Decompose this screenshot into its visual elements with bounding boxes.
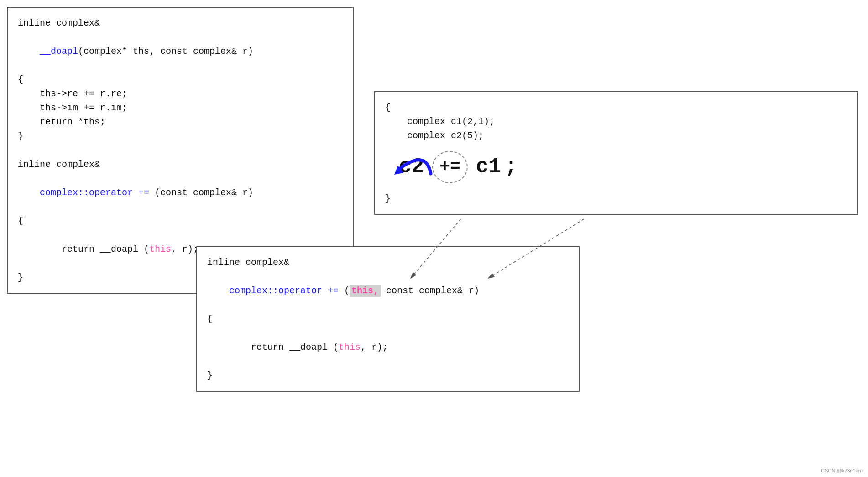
code-box-3: inline complex& complex::operator += (th…	[196, 246, 580, 392]
op-semi-label: ;	[505, 151, 518, 183]
b1-line7: }	[18, 129, 343, 143]
b3-operator-keyword: complex::operator +=	[229, 285, 339, 296]
watermark: CSDN @k73n1am	[821, 468, 863, 473]
b2-line3: complex c2(5);	[385, 129, 847, 143]
b2-line2: complex c1(2,1);	[385, 114, 847, 129]
b2-line1: {	[385, 100, 847, 114]
op-plus-eq-label: +=	[432, 151, 468, 183]
b2-closing: }	[385, 192, 847, 206]
b1-this-keyword: this	[149, 244, 171, 254]
b1-doapl-params: (complex* ths, const complex& r)	[78, 46, 253, 57]
b3-line2: complex::operator += (this, const comple…	[207, 270, 569, 312]
b1-doapl-keyword: __doapl	[40, 46, 78, 57]
b1-return-pre: return __doapl (	[40, 244, 149, 254]
b1-line5: ths->im += r.im;	[18, 101, 343, 115]
b1-line6: return *ths;	[18, 115, 343, 129]
b3-line5: }	[207, 368, 569, 383]
b1-operator-keyword: complex::operator +=	[40, 187, 149, 198]
operator-visual: c2 += c1 ;	[399, 151, 847, 183]
b3-paren-open: (	[339, 285, 350, 296]
b1-blank	[18, 143, 343, 157]
b3-line3: {	[207, 312, 569, 326]
b1-line11: {	[18, 214, 343, 228]
b3-return-post: , r);	[361, 342, 388, 353]
b1-return-post: , r);	[171, 244, 199, 254]
b1-line4: ths->re += r.re;	[18, 87, 343, 101]
b1-line1: inline complex&	[18, 16, 343, 30]
b1-line2: __doapl(complex* ths, const complex& r)	[18, 30, 343, 73]
b3-return-pre: return __doapl (	[229, 342, 339, 353]
b1-line3: {	[18, 73, 343, 87]
op-c1-label: c1	[476, 151, 501, 183]
b3-line1: inline complex&	[207, 255, 569, 270]
b1-line10: complex::operator += (const complex& r)	[18, 171, 343, 214]
b1-line9: inline complex&	[18, 157, 343, 171]
code-box-2: { complex c1(2,1); complex c2(5); c2 += …	[374, 91, 858, 215]
b3-param-rest: const complex& r)	[381, 285, 479, 296]
b1-operator-params: (const complex& r)	[149, 187, 253, 198]
b3-this-highlighted: this,	[350, 285, 381, 297]
b3-line4: return __doapl (this, r);	[207, 326, 569, 368]
b3-this-keyword: this	[339, 342, 361, 353]
